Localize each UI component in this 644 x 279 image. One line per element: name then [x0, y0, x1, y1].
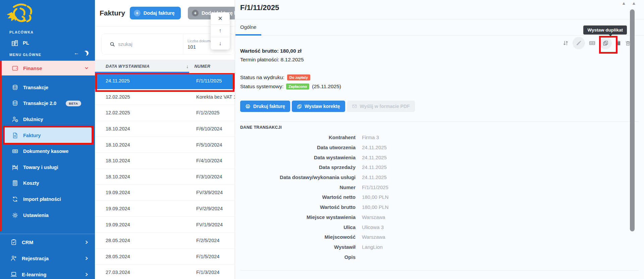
table-row[interactable]: 12.02.2025Korekta bez VAT 1	[95, 89, 235, 105]
menu-item-label: Rejestracja	[22, 256, 49, 261]
close-icon[interactable]: ✕	[211, 12, 230, 25]
divider	[240, 270, 639, 271]
field-row: UlicaUlicowa 3	[240, 222, 388, 232]
search-input[interactable]	[118, 41, 165, 47]
menu-item-label: Transakcje 2.0	[23, 101, 56, 106]
field-label: Wystawił	[240, 244, 356, 250]
field-label: Numer	[240, 184, 356, 190]
menu-item-label: E-learning	[22, 272, 46, 277]
field-value: 24.11.2025	[362, 164, 387, 170]
send-pdf-label: Wyślij w formacie PDF	[360, 104, 410, 109]
chevron-right-icon	[85, 240, 89, 244]
detail-actions: Drukuj fakturę Wystaw korektę Wyślij w f…	[240, 101, 415, 112]
sidebar-item-import-platnosci[interactable]: Import płatności	[2, 191, 95, 207]
sort-desc-icon[interactable]: ↓	[186, 64, 189, 69]
cell-date: 18.10.2024	[106, 174, 196, 179]
sort-icon[interactable]	[562, 40, 569, 46]
transaction-data-section-title: DANE TRANSAKCJI	[240, 125, 282, 130]
column-header-number[interactable]: NUMER	[194, 64, 210, 69]
arrow-down-icon[interactable]: ↓	[211, 37, 230, 50]
sidebar-item-koszty[interactable]: Koszty	[2, 175, 95, 191]
field-label: Wartość netto	[240, 194, 356, 200]
search-icon	[110, 42, 115, 47]
issue-correction-button[interactable]: Wystaw korektę	[292, 101, 345, 112]
cash-document-icon[interactable]	[589, 40, 596, 47]
field-label: Wartość brutto	[240, 204, 356, 210]
menu-item-label: Transakcje	[23, 85, 48, 90]
table-row[interactable]: 19.09.2024FV/2/9/2024	[95, 201, 235, 217]
field-row: NumerF/1/11/2025	[240, 182, 388, 192]
plus-icon: +	[134, 10, 141, 16]
sidebar: PLACÓWKA PL MENU GŁÓWNE ←	[0, 0, 95, 279]
table-row[interactable]: 28.05.2024F/2/5/2024	[95, 233, 235, 249]
active-tab-indicator	[235, 34, 261, 36]
field-row: KontrahentFirma 3	[240, 132, 388, 143]
menu-item-label: Faktury	[23, 133, 41, 138]
dark-mode-moon-icon[interactable]	[84, 51, 89, 56]
field-label: Opis	[240, 254, 356, 260]
cell-number: F/6/10/2024	[196, 126, 235, 131]
status-print-line: Status na wydruku: Do zapłaty	[240, 74, 310, 80]
cell-number: F/4/10/2024	[196, 158, 235, 163]
scroll-up-icon[interactable]: ▲	[622, 1, 626, 6]
field-value: 24.11.2025	[362, 155, 387, 160]
tab-ogolne[interactable]: Ogólne	[240, 24, 256, 30]
table-row[interactable]: 18.10.2024F/4/10/2024	[95, 153, 235, 169]
field-value: 180,00 PLN	[362, 194, 388, 200]
status-system-label: Status systemowy:	[240, 83, 283, 90]
chevron-right-icon	[85, 256, 89, 261]
sidebar-item-towary-i-uslugi[interactable]: Towary i usługi	[2, 159, 95, 175]
field-value: Firma 3	[362, 134, 379, 140]
invoice-detail-panel: F/1/11/2025 Ogólne Wystaw duplikat	[235, 0, 644, 279]
cell-date: 19.09.2024	[106, 190, 196, 195]
sidebar-item-crm[interactable]: CRM	[0, 234, 95, 250]
sidebar-item-transakcje[interactable]: Transakcje	[2, 79, 95, 96]
sidebar-item-faktury[interactable]: Faktury	[3, 127, 92, 144]
field-row: Opis	[240, 252, 388, 262]
field-row: Data utworzenia24.11.2025	[240, 143, 388, 153]
sidebar-item-transakcje-2[interactable]: Transakcje 2.0 BETA	[2, 96, 95, 112]
cell-number: F/3/10/2024	[196, 174, 235, 179]
cell-number: F/1/2/2025	[196, 110, 235, 115]
floating-nav-popup: ✕ ↑ ↓	[211, 12, 230, 50]
arrow-up-icon[interactable]: ↑	[211, 25, 230, 37]
chevron-down-icon	[84, 66, 89, 70]
table-row[interactable]: 19.09.2024FV/3/9/2024	[95, 185, 235, 201]
finanse-submenu: Transakcje Transakcje 2.0 BETA Dłużnicy …	[0, 75, 95, 231]
sidebar-controls: ←	[74, 50, 89, 56]
print-invoice-label: Drukuj fakturę	[253, 104, 285, 109]
column-header-date[interactable]: DATA WYSTAWIENIA	[106, 64, 186, 69]
sidebar-item-elearning[interactable]: E-learning	[0, 266, 95, 279]
scroll-up-icon[interactable]: ▲	[632, 1, 636, 6]
field-row: Wartość netto180,00 PLN	[240, 192, 388, 202]
sidebar-item-dluznicy[interactable]: Dłużnicy	[2, 111, 95, 127]
cell-date: 24.11.2025	[106, 78, 196, 83]
sidebar-item-branch-pl[interactable]: PL	[0, 36, 95, 50]
table-row[interactable]: 18.10.2024F/3/10/2024	[95, 169, 235, 185]
table-row[interactable]: 27.03.2024F/1/3/2024	[95, 265, 235, 279]
invoice-list-panel: Faktury + Dodaj fakturę + Dodaj fakturę …	[95, 0, 235, 279]
table-row[interactable]: 28.05.2024F/1/5/2024	[95, 249, 235, 265]
scrollbar-thumb[interactable]	[630, 9, 635, 231]
cell-number: F/1/5/2024	[196, 254, 235, 259]
field-label: Kontrahent	[240, 134, 356, 140]
cell-number: FV/3/9/2024	[196, 190, 235, 195]
add-invoice-button[interactable]: + Dodaj fakturę	[130, 7, 181, 19]
sidebar-item-dokumenty-kasowe[interactable]: Dokumenty kasowe	[2, 143, 95, 159]
sidebar-item-finanse[interactable]: Finanse	[0, 61, 95, 75]
table-row[interactable]: 12.02.2025F/1/2/2025	[95, 105, 235, 121]
sidebar-item-rejestracja[interactable]: Rejestracja	[0, 250, 95, 266]
collapse-sidebar-icon[interactable]: ←	[74, 50, 79, 56]
table-row[interactable]: 24.11.2025F/1/11/2025	[95, 73, 235, 89]
gross-value-line: Wartość brutto: 180,00 zł	[240, 48, 302, 54]
duplicate-copy-icon[interactable]	[599, 37, 612, 49]
print-invoice-button[interactable]: Drukuj fakturę	[240, 101, 290, 112]
table-row[interactable]: 18.10.2024F/5/10/2024	[95, 137, 235, 153]
clipboard-icon[interactable]	[615, 40, 621, 46]
send-pdf-button[interactable]: Wyślij w formacie PDF	[347, 101, 415, 112]
field-value: F/1/11/2025	[362, 184, 388, 190]
table-row[interactable]: 19.09.2024FV/1/9/2024	[95, 217, 235, 233]
edit-pencil-icon[interactable]	[573, 37, 585, 49]
sidebar-item-ustawienia[interactable]: Ustawienia	[2, 207, 95, 223]
table-row[interactable]: 18.10.2024F/6/10/2024	[95, 121, 235, 137]
